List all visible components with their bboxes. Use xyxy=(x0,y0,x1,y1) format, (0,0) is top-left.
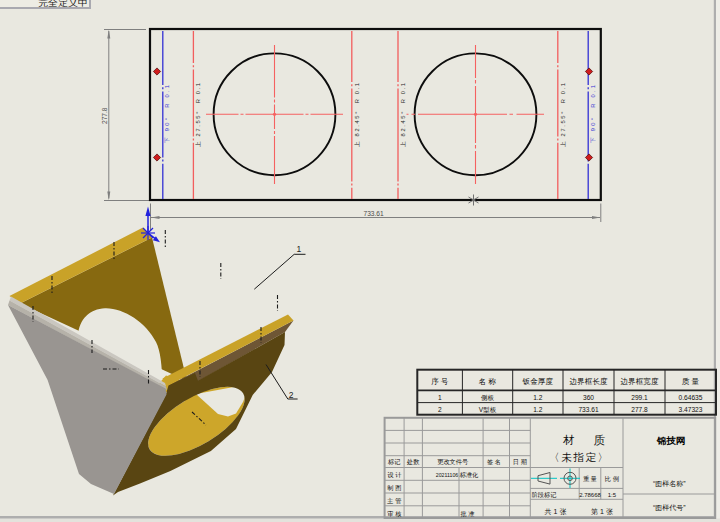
svg-text:277.8: 277.8 xyxy=(631,406,648,413)
svg-text:1:5: 1:5 xyxy=(608,492,617,498)
svg-text:主 管: 主 管 xyxy=(386,497,401,505)
svg-text:边界框长度: 边界框长度 xyxy=(570,377,608,386)
svg-text:边界框宽度: 边界框宽度 xyxy=(621,377,659,386)
svg-text:20211106: 20211106 xyxy=(436,472,458,478)
svg-text:审 核: 审 核 xyxy=(387,510,401,517)
svg-text:299.1: 299.1 xyxy=(631,394,648,401)
svg-text:第 1 张: 第 1 张 xyxy=(591,508,613,516)
svg-text:3.47323: 3.47323 xyxy=(679,406,703,413)
svg-text:2: 2 xyxy=(438,406,442,413)
svg-text:1: 1 xyxy=(438,394,442,401)
svg-text:质 量: 质 量 xyxy=(682,377,700,386)
svg-text:序 号: 序 号 xyxy=(431,377,449,386)
svg-text:0.64635: 0.64635 xyxy=(679,394,703,401)
svg-text:共 1 张: 共 1 张 xyxy=(545,508,567,516)
svg-text:比 例: 比 例 xyxy=(605,475,619,483)
svg-text:2: 2 xyxy=(289,390,294,400)
svg-text:1.2: 1.2 xyxy=(533,394,542,401)
svg-text:锦技网: 锦技网 xyxy=(656,435,686,446)
svg-text:设 计: 设 计 xyxy=(387,471,402,478)
svg-text:制 图: 制 图 xyxy=(387,484,401,492)
svg-text:完全定义中: 完全定义中 xyxy=(38,0,88,8)
svg-text:1: 1 xyxy=(297,244,302,254)
svg-text:名 称: 名 称 xyxy=(479,377,497,386)
svg-text:“图样代号”: “图样代号” xyxy=(653,504,686,512)
svg-text:〈未指定〉: 〈未指定〉 xyxy=(549,451,608,463)
svg-text:733.61: 733.61 xyxy=(578,406,599,413)
svg-text:“图样名称”: “图样名称” xyxy=(653,480,686,488)
svg-text:1.2: 1.2 xyxy=(533,406,542,413)
svg-text:更改文件号: 更改文件号 xyxy=(437,458,468,465)
svg-text:材 质: 材 质 xyxy=(563,434,606,446)
svg-text:重 量: 重 量 xyxy=(583,475,597,482)
svg-text:阶段标记: 阶段标记 xyxy=(532,491,557,499)
svg-text:日 期: 日 期 xyxy=(513,458,527,466)
svg-text:V型板: V型板 xyxy=(479,406,497,413)
svg-text:标记: 标记 xyxy=(387,458,400,466)
svg-text:处数: 处数 xyxy=(406,458,419,466)
svg-text:钣金厚度: 钣金厚度 xyxy=(522,377,554,386)
svg-text:标准化: 标准化 xyxy=(459,471,479,479)
svg-text:360: 360 xyxy=(583,394,594,401)
svg-text:733.61: 733.61 xyxy=(364,210,385,217)
svg-text:侧板: 侧板 xyxy=(481,394,495,402)
svg-text:277.8: 277.8 xyxy=(101,107,108,124)
svg-text:批 准: 批 准 xyxy=(460,510,474,518)
svg-text:2.78668: 2.78668 xyxy=(579,492,601,498)
svg-text:签 名: 签 名 xyxy=(487,458,501,466)
